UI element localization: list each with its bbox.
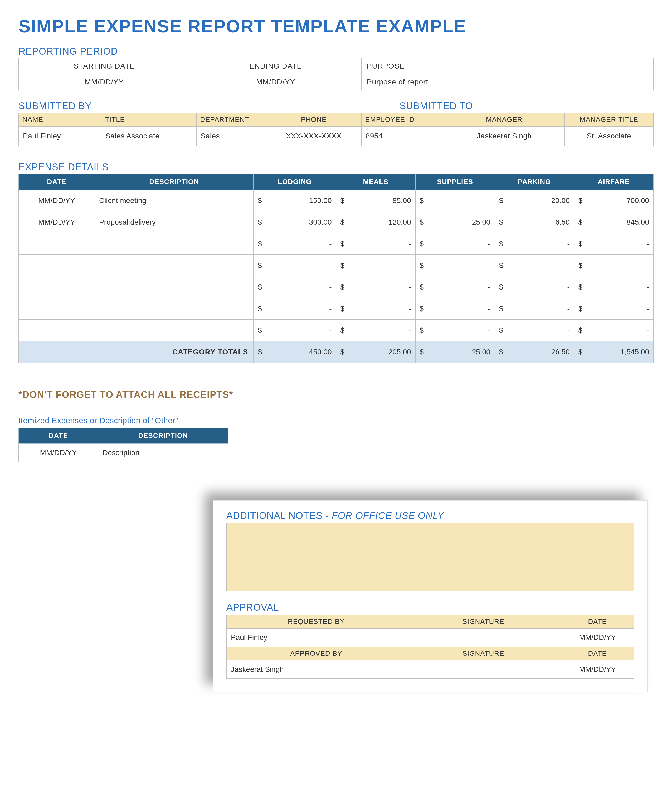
exp-cell-desc[interactable]: Client meeting xyxy=(95,190,253,212)
exp-cell-supplies[interactable]: $- xyxy=(415,298,494,319)
reporting-period-table: STARTING DATE ENDING DATE PURPOSE MM/DD/… xyxy=(18,58,654,90)
section-label-reporting-period: REPORTING PERIOD xyxy=(18,46,654,57)
exp-header-description: DESCRIPTION xyxy=(95,174,253,190)
exp-cell-airfare[interactable]: $- xyxy=(574,233,653,255)
sub-value-name[interactable]: Paul Finley xyxy=(19,127,101,146)
exp-cell-airfare[interactable]: $845.00 xyxy=(574,212,653,233)
exp-cell-lodging[interactable]: $- xyxy=(253,255,336,276)
sub-header-name: NAME xyxy=(19,113,101,127)
exp-cell-meals[interactable]: $- xyxy=(336,298,415,319)
exp-cell-date[interactable] xyxy=(19,319,95,341)
exp-cell-date[interactable] xyxy=(19,298,95,319)
exp-cell-supplies[interactable]: $- xyxy=(415,276,494,298)
sub-header-phone: PHONE xyxy=(266,113,361,127)
exp-cell-lodging[interactable]: $- xyxy=(253,319,336,341)
sub-header-employee-id: EMPLOYEE ID xyxy=(361,113,444,127)
expense-details-table: DATE DESCRIPTION LODGING MEALS SUPPLIES … xyxy=(18,174,654,363)
itemized-header-description: DESCRIPTION xyxy=(98,428,228,444)
expense-row: $-$-$-$-$- xyxy=(19,276,654,298)
exp-cell-meals[interactable]: $- xyxy=(336,233,415,255)
exp-cell-lodging[interactable]: $150.00 xyxy=(253,190,336,212)
submitted-table: NAME TITLE DEPARTMENT PHONE EMPLOYEE ID … xyxy=(18,112,654,146)
exp-cell-supplies[interactable]: $- xyxy=(415,190,494,212)
rp-value-start[interactable]: MM/DD/YY xyxy=(19,74,190,90)
itemized-row: MM/DD/YYDescription xyxy=(19,444,228,462)
sub-value-phone[interactable]: XXX-XXX-XXXX xyxy=(266,127,361,146)
exp-cell-desc[interactable] xyxy=(95,276,253,298)
exp-header-airfare: AIRFARE xyxy=(574,174,653,190)
exp-cell-date[interactable] xyxy=(19,233,95,255)
rp-header-start: STARTING DATE xyxy=(19,58,190,74)
exp-header-date: DATE xyxy=(19,174,95,190)
section-label-expense-details: EXPENSE DETAILS xyxy=(18,162,654,173)
itemized-label: Itemized Expenses or Description of "Oth… xyxy=(18,416,654,425)
rp-header-purpose: PURPOSE xyxy=(361,58,653,74)
exp-cell-supplies[interactable]: $- xyxy=(415,319,494,341)
expense-row: $-$-$-$-$- xyxy=(19,233,654,255)
itemized-header-date: DATE xyxy=(19,428,98,444)
exp-cell-supplies[interactable]: $25.00 xyxy=(415,212,494,233)
expense-row: $-$-$-$-$- xyxy=(19,319,654,341)
exp-header-supplies: SUPPLIES xyxy=(415,174,494,190)
exp-cell-lodging[interactable]: $- xyxy=(253,276,336,298)
exp-header-lodging: LODGING xyxy=(253,174,336,190)
exp-cell-parking[interactable]: $- xyxy=(494,233,574,255)
sub-header-department: DEPARTMENT xyxy=(196,113,266,127)
exp-cell-airfare[interactable]: $- xyxy=(574,298,653,319)
exp-header-meals: MEALS xyxy=(336,174,415,190)
exp-cell-meals[interactable]: $- xyxy=(336,276,415,298)
sub-value-manager[interactable]: Jaskeerat Singh xyxy=(444,127,565,146)
rp-header-end: ENDING DATE xyxy=(190,58,361,74)
sub-value-title[interactable]: Sales Associate xyxy=(101,127,196,146)
exp-cell-lodging[interactable]: $- xyxy=(253,298,336,319)
rp-value-end[interactable]: MM/DD/YY xyxy=(190,74,361,90)
exp-cell-date[interactable]: MM/DD/YY xyxy=(19,212,95,233)
exp-cell-desc[interactable] xyxy=(95,319,253,341)
exp-totals-label: CATEGORY TOTALS xyxy=(19,341,253,363)
page-title: SIMPLE EXPENSE REPORT TEMPLATE EXAMPLE xyxy=(18,16,654,36)
expense-row: $-$-$-$-$- xyxy=(19,255,654,276)
exp-cell-airfare[interactable]: $- xyxy=(574,255,653,276)
expense-row: $-$-$-$-$- xyxy=(19,298,654,319)
exp-cell-supplies[interactable]: $- xyxy=(415,255,494,276)
sub-header-manager-title: MANAGER TITLE xyxy=(565,113,653,127)
exp-cell-meals[interactable]: $- xyxy=(336,319,415,341)
exp-cell-date[interactable] xyxy=(19,255,95,276)
exp-cell-desc[interactable] xyxy=(95,255,253,276)
exp-total-parking: $26.50 xyxy=(494,341,574,363)
exp-cell-airfare[interactable]: $700.00 xyxy=(574,190,653,212)
exp-cell-meals[interactable]: $120.00 xyxy=(336,212,415,233)
exp-cell-parking[interactable]: $- xyxy=(494,298,574,319)
exp-cell-parking[interactable]: $- xyxy=(494,255,574,276)
exp-cell-parking[interactable]: $6.50 xyxy=(494,212,574,233)
exp-cell-parking[interactable]: $- xyxy=(494,319,574,341)
receipts-note: *DON'T FORGET TO ATTACH ALL RECEIPTS* xyxy=(18,389,654,400)
exp-cell-lodging[interactable]: $- xyxy=(253,233,336,255)
exp-header-parking: PARKING xyxy=(494,174,574,190)
exp-cell-lodging[interactable]: $300.00 xyxy=(253,212,336,233)
itemized-cell-date[interactable]: MM/DD/YY xyxy=(19,444,98,462)
exp-cell-date[interactable] xyxy=(19,276,95,298)
section-label-submitted-by: SUBMITTED BY xyxy=(18,101,400,112)
exp-cell-airfare[interactable]: $- xyxy=(574,276,653,298)
exp-cell-desc[interactable] xyxy=(95,233,253,255)
exp-cell-meals[interactable]: $- xyxy=(336,255,415,276)
exp-cell-supplies[interactable]: $- xyxy=(415,233,494,255)
sub-header-title: TITLE xyxy=(101,113,196,127)
exp-cell-desc[interactable]: Proposal delivery xyxy=(95,212,253,233)
exp-total-airfare: $1,545.00 xyxy=(574,341,653,363)
exp-cell-meals[interactable]: $85.00 xyxy=(336,190,415,212)
exp-total-supplies: $25.00 xyxy=(415,341,494,363)
sub-value-employee-id[interactable]: 8954 xyxy=(361,127,444,146)
rp-value-purpose[interactable]: Purpose of report xyxy=(361,74,653,90)
exp-cell-parking[interactable]: $20.00 xyxy=(494,190,574,212)
sub-value-department[interactable]: Sales xyxy=(196,127,266,146)
sub-value-manager-title[interactable]: Sr. Associate xyxy=(565,127,653,146)
sub-header-manager: MANAGER xyxy=(444,113,565,127)
exp-total-lodging: $450.00 xyxy=(253,341,336,363)
exp-cell-parking[interactable]: $- xyxy=(494,276,574,298)
exp-cell-desc[interactable] xyxy=(95,298,253,319)
exp-cell-date[interactable]: MM/DD/YY xyxy=(19,190,95,212)
itemized-cell-desc[interactable]: Description xyxy=(98,444,228,462)
exp-cell-airfare[interactable]: $- xyxy=(574,319,653,341)
